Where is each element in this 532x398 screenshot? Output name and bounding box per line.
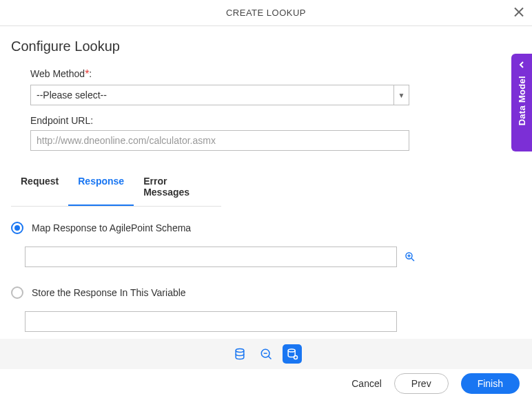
database-step-icon[interactable] [230, 344, 249, 364]
modal-header: CREATE LOOKUP [0, 0, 532, 26]
svg-line-1 [411, 258, 414, 261]
cancel-button[interactable]: Cancel [351, 378, 382, 389]
svg-line-6 [268, 356, 271, 359]
footer-actions: Cancel Prev Finish [0, 369, 532, 398]
radio-store-variable-row: Store the Response In This Variable [11, 286, 521, 299]
store-variable-field[interactable] [25, 311, 397, 332]
web-method-dropdown[interactable]: --Please select-- [31, 85, 409, 105]
footer-step-icons [0, 339, 532, 369]
radio-map-schema[interactable] [11, 222, 23, 234]
svg-point-4 [236, 349, 244, 353]
tabs: Request Response Error Messages [11, 169, 221, 207]
svg-point-9 [294, 356, 298, 359]
data-model-side-tab[interactable]: Data Model [511, 54, 532, 151]
schema-search-button[interactable] [404, 251, 416, 263]
radio-map-schema-row: Map Response to AgilePoint Schema [11, 222, 521, 234]
web-method-select[interactable]: --Please select-- ▼ [30, 85, 409, 105]
endpoint-url-field[interactable] [30, 130, 409, 151]
form-block: Web Method*: --Please select-- ▼ Endpoin… [11, 68, 521, 151]
radio-store-variable[interactable] [11, 286, 23, 299]
data-model-label: Data Model [517, 76, 527, 125]
radio-store-variable-label: Store the Response In This Variable [32, 287, 186, 298]
radio-dot-icon [14, 225, 20, 231]
configure-step-icon[interactable] [283, 344, 302, 364]
mapping-row [25, 247, 521, 267]
svg-point-8 [288, 349, 295, 352]
web-method-label: Web Method*: [30, 68, 502, 81]
footer: Cancel Prev Finish [0, 339, 532, 398]
filter-step-icon[interactable] [256, 344, 276, 364]
close-icon[interactable] [514, 7, 524, 19]
finish-button[interactable]: Finish [461, 373, 520, 394]
schema-mapping-field[interactable] [25, 247, 397, 267]
tab-request[interactable]: Request [11, 169, 68, 206]
prev-button[interactable]: Prev [394, 373, 449, 394]
tab-error-messages[interactable]: Error Messages [134, 169, 221, 206]
chevron-left-icon [518, 61, 525, 70]
radio-map-schema-label: Map Response to AgilePoint Schema [32, 222, 191, 233]
content-area: Configure Lookup Web Method*: --Please s… [0, 26, 532, 339]
modal-title: CREATE LOOKUP [226, 8, 306, 18]
endpoint-url-label: Endpoint URL: [30, 115, 502, 126]
tab-response[interactable]: Response [68, 169, 134, 206]
page-title: Configure Lookup [11, 39, 521, 54]
